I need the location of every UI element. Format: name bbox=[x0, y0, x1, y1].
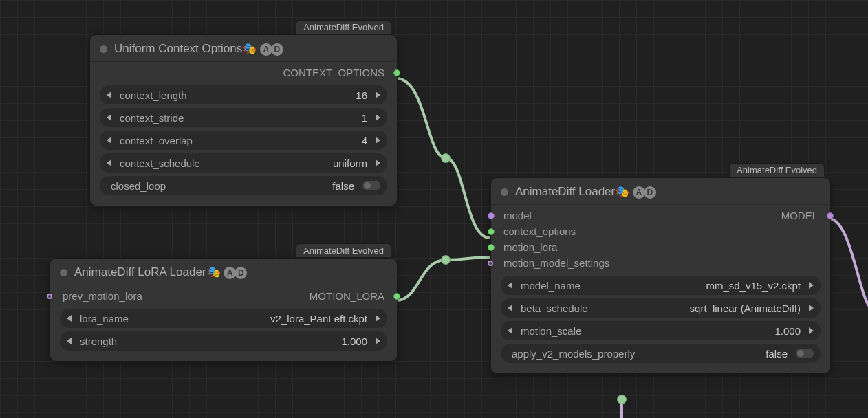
widget-motion-scale[interactable]: motion_scale 1.000 bbox=[501, 321, 821, 340]
chevron-left-icon[interactable] bbox=[67, 315, 72, 322]
collapse-toggle[interactable] bbox=[60, 269, 67, 276]
widget-context-overlap[interactable]: context_overlap 4 bbox=[100, 131, 387, 150]
ad-badge-icon: AD bbox=[634, 186, 656, 199]
widget-beta-schedule[interactable]: beta_schedule sqrt_linear (AnimateDiff) bbox=[501, 298, 821, 318]
port-dot-icon[interactable] bbox=[47, 294, 52, 299]
port-dot-icon[interactable] bbox=[488, 261, 493, 266]
chevron-left-icon[interactable] bbox=[107, 91, 111, 98]
chevron-left-icon[interactable] bbox=[107, 114, 111, 121]
widget-apply-v2[interactable]: apply_v2_models_properly false bbox=[501, 344, 821, 363]
widget-context-schedule[interactable]: context_schedule uniform bbox=[100, 153, 387, 173]
toggle-icon[interactable] bbox=[362, 181, 380, 190]
input-prev-motion-lora[interactable]: prev_motion_lora bbox=[50, 288, 152, 304]
port-dot-icon[interactable] bbox=[488, 228, 495, 235]
node-header[interactable]: AnimateDiff Loader🎭 AD bbox=[491, 178, 830, 204]
widget-context-length[interactable]: context_length 16 bbox=[100, 85, 387, 104]
reroute-dot[interactable] bbox=[617, 395, 627, 404]
input-context-options[interactable]: context_options bbox=[491, 223, 830, 239]
node-header[interactable]: Uniform Context Options🎭 AD bbox=[90, 35, 397, 61]
chevron-right-icon[interactable] bbox=[809, 305, 814, 311]
reroute-dot[interactable] bbox=[441, 153, 451, 163]
chevron-right-icon[interactable] bbox=[376, 315, 380, 322]
input-motion-lora[interactable]: motion_lora bbox=[491, 239, 830, 255]
node-title: AnimateDiff Loader🎭 AD bbox=[515, 185, 656, 199]
chevron-right-icon[interactable] bbox=[376, 338, 380, 344]
port-dot-icon[interactable] bbox=[827, 212, 834, 219]
chevron-right-icon[interactable] bbox=[376, 137, 380, 144]
chevron-right-icon[interactable] bbox=[376, 91, 380, 98]
output-model[interactable]: MODEL bbox=[772, 208, 830, 223]
widget-context-stride[interactable]: context_stride 1 bbox=[100, 108, 387, 127]
node-header[interactable]: AnimateDiff LoRA Loader🎭 AD bbox=[50, 258, 397, 285]
node-category-tag: AnimateDiff Evolved bbox=[296, 20, 391, 34]
chevron-left-icon[interactable] bbox=[107, 137, 111, 144]
toggle-icon[interactable] bbox=[796, 349, 814, 358]
chevron-right-icon[interactable] bbox=[809, 282, 814, 289]
node-category-tag: AnimateDiff Evolved bbox=[296, 243, 391, 257]
chevron-left-icon[interactable] bbox=[67, 338, 72, 344]
node-category-tag: AnimateDiff Evolved bbox=[729, 163, 825, 177]
collapse-toggle[interactable] bbox=[100, 45, 107, 53]
masks-icon: 🎭 bbox=[616, 186, 629, 197]
reroute-dot[interactable] bbox=[441, 255, 451, 265]
widget-model-name[interactable]: model_name mm_sd_v15_v2.ckpt bbox=[501, 276, 821, 295]
ad-badge-icon: AD bbox=[225, 267, 247, 279]
collapse-toggle[interactable] bbox=[501, 188, 508, 196]
node-animatediff-loader[interactable]: AnimateDiff Evolved AnimateDiff Loader🎭 … bbox=[490, 177, 831, 374]
chevron-right-icon[interactable] bbox=[376, 160, 380, 166]
port-dot-icon[interactable] bbox=[393, 69, 400, 76]
widget-closed-loop[interactable]: closed_loop false bbox=[100, 176, 387, 195]
ad-badge-icon: AD bbox=[261, 43, 283, 56]
widget-lora-name[interactable]: lora_name v2_lora_PanLeft.ckpt bbox=[60, 309, 387, 328]
widget-strength[interactable]: strength 1.000 bbox=[60, 331, 387, 351]
chevron-left-icon[interactable] bbox=[508, 305, 512, 311]
chevron-left-icon[interactable] bbox=[107, 160, 111, 166]
masks-icon: 🎭 bbox=[207, 266, 221, 278]
port-dot-icon[interactable] bbox=[488, 212, 495, 219]
chevron-left-icon[interactable] bbox=[508, 282, 512, 289]
output-context-options[interactable]: CONTEXT_OPTIONS bbox=[90, 65, 397, 80]
chevron-right-icon[interactable] bbox=[809, 327, 814, 334]
port-dot-icon[interactable] bbox=[393, 293, 400, 300]
node-uniform-context-options[interactable]: AnimateDiff Evolved Uniform Context Opti… bbox=[89, 34, 398, 206]
node-animatediff-lora-loader[interactable]: AnimateDiff Evolved AnimateDiff LoRA Loa… bbox=[50, 258, 398, 362]
node-title: Uniform Context Options🎭 AD bbox=[114, 42, 283, 56]
port-dot-icon[interactable] bbox=[488, 244, 495, 251]
node-title: AnimateDiff LoRA Loader🎭 AD bbox=[74, 265, 247, 279]
input-motion-model-settings[interactable]: motion_model_settings bbox=[491, 255, 830, 271]
masks-icon: 🎭 bbox=[243, 43, 257, 54]
chevron-right-icon[interactable] bbox=[376, 114, 380, 121]
chevron-left-icon[interactable] bbox=[508, 327, 512, 334]
output-motion-lora[interactable]: MOTION_LORA bbox=[300, 288, 397, 304]
